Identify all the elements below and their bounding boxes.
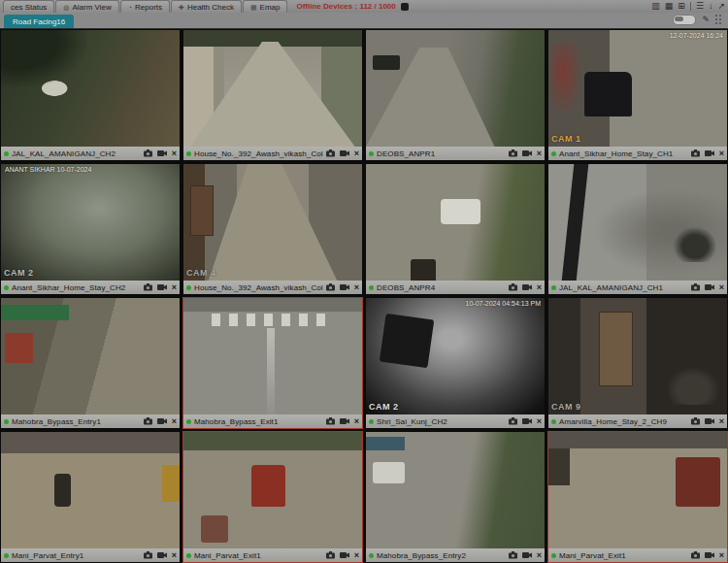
tab-health-check[interactable]: ✚ Health Check (171, 0, 242, 13)
drag-dots-icon[interactable] (715, 15, 722, 25)
camera-tile[interactable]: CAM 4 House_No._392_Awash_vikash_Colc × (182, 163, 363, 295)
snapshot-camera-icon[interactable] (144, 417, 152, 425)
online-status-dot (186, 285, 191, 290)
close-icon[interactable]: × (354, 149, 359, 158)
close-icon[interactable]: × (354, 417, 359, 426)
close-icon[interactable]: × (537, 551, 542, 560)
record-video-icon[interactable] (522, 551, 532, 559)
camera-tile[interactable]: DEOBS_ANPR1 × (365, 29, 546, 161)
edit-pencil-icon[interactable]: ✎ (702, 16, 710, 24)
close-icon[interactable]: × (719, 551, 724, 560)
camera-name: Mani_Parvat_Entry1 (12, 551, 141, 560)
tab-devices-status[interactable]: ces Status (3, 0, 54, 13)
link-icon[interactable]: ↗ (717, 2, 725, 11)
camera-tile[interactable]: Mahobra_Bypass_Entry2 × (365, 431, 546, 563)
camera-tile[interactable]: Mahobra_Bypass_Exit1 × (182, 297, 363, 429)
snapshot-camera-icon[interactable] (326, 551, 335, 559)
camera-tile[interactable]: House_No._392_Awash_vikash_Colc × (182, 29, 363, 161)
snapshot-camera-icon[interactable] (691, 417, 700, 425)
camera-name: House_No._392_Awash_vikash_Colc (194, 283, 323, 292)
record-video-icon[interactable] (340, 283, 349, 291)
record-video-icon[interactable] (705, 283, 714, 291)
tab-alarm-view[interactable]: ◍ Alarm View (55, 0, 118, 13)
tab-health-check-label: Health Check (187, 3, 234, 12)
record-video-icon[interactable] (705, 149, 714, 157)
camera-name: Mahobra_Bypass_Exit1 (194, 417, 323, 426)
close-icon[interactable]: × (537, 149, 542, 158)
record-video-icon[interactable] (157, 551, 167, 559)
snapshot-camera-icon[interactable] (509, 551, 517, 559)
active-view-tab[interactable]: Road Facing16 (4, 15, 74, 28)
camera-video-feed (183, 432, 362, 548)
record-video-icon[interactable] (340, 417, 349, 425)
record-video-icon[interactable] (157, 417, 167, 425)
camera-tile[interactable]: CAM 112-07-2024 16:24 Anant_Sikhar_Home_… (547, 29, 728, 161)
close-icon[interactable]: × (537, 417, 542, 426)
close-icon[interactable]: × (719, 417, 724, 426)
record-video-icon[interactable] (705, 551, 714, 559)
camera-tile[interactable]: Mani_Parvat_Exit1 × (182, 431, 363, 563)
close-icon[interactable]: × (172, 417, 177, 426)
camera-tile[interactable]: CAM 2ANANT SIKHAR 10-07-2024 Anant_Sikha… (0, 163, 181, 295)
snapshot-camera-icon[interactable] (691, 283, 700, 291)
camera-video-feed (548, 164, 727, 281)
export-icon[interactable]: ↓ (709, 2, 713, 11)
camera-tile[interactable]: CAM 210-07-2024 04:54:13 PM Shri_Sai_Kun… (365, 297, 546, 429)
snapshot-camera-icon[interactable] (144, 283, 152, 291)
snapshot-camera-icon[interactable] (326, 149, 335, 157)
close-icon[interactable]: × (719, 149, 724, 158)
online-status-dot (4, 553, 9, 558)
snapshot-camera-icon[interactable] (691, 149, 700, 157)
tab-reports[interactable]: ◔ Reports (120, 0, 170, 13)
device-icon[interactable] (401, 3, 409, 11)
record-video-icon[interactable] (157, 149, 167, 157)
camera-label-bar: Mani_Parvat_Exit1 × (183, 548, 362, 562)
camera-video-feed (548, 432, 727, 548)
online-status-dot (369, 285, 374, 290)
camera-label-bar: Mahobra_Bypass_Entry2 × (366, 548, 545, 562)
record-video-icon[interactable] (340, 149, 349, 157)
close-icon[interactable]: × (537, 283, 542, 292)
video-wall-icon[interactable]: ▦ (665, 2, 674, 11)
record-video-icon[interactable] (157, 283, 167, 291)
record-video-icon[interactable] (522, 283, 532, 291)
close-icon[interactable]: × (354, 283, 359, 292)
camera-tile[interactable]: Mani_Parvat_Entry1 × (0, 431, 181, 563)
column-layout-icon[interactable]: ☰ (696, 2, 704, 11)
grid-layout-icon[interactable]: ⊞ (678, 2, 685, 11)
camera-label-bar: Mani_Parvat_Exit1 × (548, 548, 727, 562)
camera-label-bar: Shri_Sai_Kunj_CH2 × (366, 414, 545, 428)
display-icon[interactable]: ▥ (651, 2, 660, 11)
snapshot-camera-icon[interactable] (326, 417, 335, 425)
camera-video-feed (1, 298, 180, 414)
tab-emap-label: Emap (260, 3, 281, 12)
camera-tile[interactable]: CAM 9 Amarvilla_Home_Stay_2_CH9 × (547, 297, 728, 429)
snapshot-camera-icon[interactable] (509, 417, 517, 425)
camera-tile[interactable]: DEOBS_ANPR4 × (365, 163, 546, 295)
close-icon[interactable]: × (354, 551, 359, 560)
close-icon[interactable]: × (719, 283, 724, 292)
record-video-icon[interactable] (522, 149, 532, 157)
snapshot-camera-icon[interactable] (144, 551, 152, 559)
camera-label-bar: DEOBS_ANPR4 × (366, 281, 545, 294)
record-video-icon[interactable] (705, 417, 714, 425)
snapshot-camera-icon[interactable] (509, 149, 517, 157)
close-icon[interactable]: × (172, 149, 177, 158)
close-icon[interactable]: × (172, 551, 177, 560)
camera-label-bar: Mahobra_Bypass_Entry1 × (1, 414, 180, 428)
close-icon[interactable]: × (172, 283, 177, 292)
snapshot-camera-icon[interactable] (144, 149, 152, 157)
snapshot-camera-icon[interactable] (509, 283, 517, 291)
camera-name: House_No._392_Awash_vikash_Colc (194, 149, 323, 158)
camera-tile[interactable]: JAL_KAL_AMANIGANJ_CH2 × (0, 29, 181, 161)
camera-tile[interactable]: JAL_KAL_AMANIGANJ_CH1 × (547, 163, 728, 295)
camera-tile[interactable]: Mahobra_Bypass_Entry1 × (0, 297, 181, 429)
record-video-icon[interactable] (522, 417, 532, 425)
view-tab-bar: Road Facing16 ✎ (0, 13, 728, 28)
snapshot-camera-icon[interactable] (326, 283, 335, 291)
record-video-icon[interactable] (340, 551, 349, 559)
tab-emap[interactable]: ▦ Emap (243, 0, 288, 13)
snapshot-camera-icon[interactable] (691, 551, 700, 559)
view-toggle-switch[interactable] (673, 15, 696, 25)
camera-tile[interactable]: Mani_Parvat_Exit1 × (547, 431, 728, 563)
